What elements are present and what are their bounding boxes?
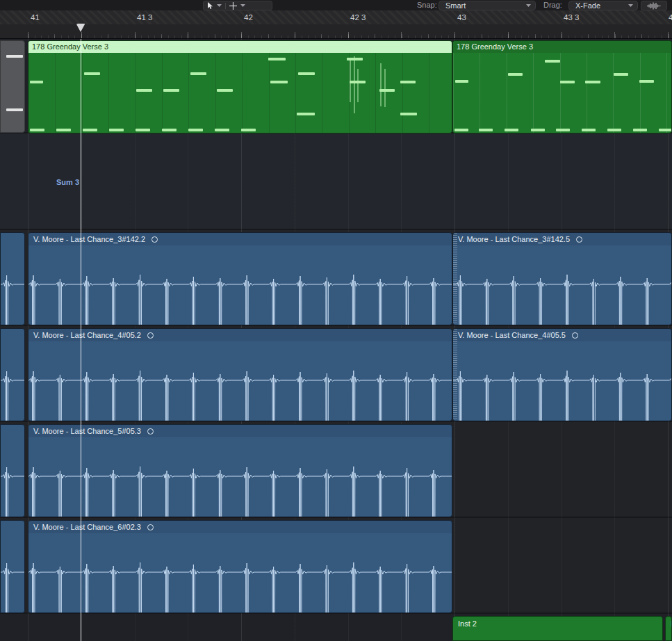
midi-note bbox=[508, 73, 523, 76]
divider bbox=[225, 3, 226, 9]
tick-marks bbox=[28, 24, 672, 38]
audio-region[interactable]: V. Moore - Last Chance_4#05.5 bbox=[452, 328, 672, 421]
midi-note bbox=[455, 80, 468, 83]
midi-note bbox=[347, 58, 363, 60]
sum-track-label: Sum 3 bbox=[28, 178, 79, 186]
midi-note bbox=[268, 58, 286, 60]
midi-note-streak bbox=[384, 69, 386, 107]
pointer-tool-icon[interactable] bbox=[207, 2, 213, 10]
midi-note bbox=[56, 129, 71, 131]
midi-note bbox=[479, 129, 493, 131]
midi-region[interactable]: 178 Greenday Verse 3 bbox=[452, 40, 672, 133]
chevron-down-icon[interactable] bbox=[217, 4, 222, 7]
region-name-bar: 178 Greenday Verse 3 bbox=[28, 41, 452, 53]
midi-note bbox=[545, 60, 560, 63]
flex-mode-button[interactable] bbox=[641, 1, 667, 10]
midi-note bbox=[379, 89, 395, 92]
midi-note bbox=[215, 129, 229, 131]
midi-note bbox=[6, 108, 23, 111]
midi-note bbox=[582, 129, 596, 131]
audio-region[interactable]: V. Moore - Last Chance_5#05.3 bbox=[28, 424, 452, 517]
ruler-bar-label: 43 bbox=[457, 10, 466, 24]
drag-label: Drag: bbox=[543, 0, 562, 10]
daw-arrange-window: Snap: Smart Drag: X-Fade 4141 34242 3434… bbox=[0, 0, 672, 641]
midi-note-streak bbox=[357, 69, 359, 102]
audio-region-offscreen[interactable] bbox=[0, 328, 25, 421]
audio-region-offscreen[interactable] bbox=[0, 232, 25, 325]
midi-note bbox=[400, 113, 417, 115]
midi-note bbox=[109, 129, 124, 131]
audio-region[interactable]: V. Moore - Last Chance_3#142.2 bbox=[28, 232, 452, 325]
crossfade-edge bbox=[453, 329, 457, 421]
region-name: 178 Greenday Verse 3 bbox=[28, 42, 108, 51]
midi-note bbox=[190, 72, 206, 75]
midi-note bbox=[136, 89, 152, 92]
midi-note bbox=[241, 129, 256, 131]
midi-note bbox=[614, 73, 628, 76]
midi-note bbox=[162, 129, 177, 131]
midi-note bbox=[297, 113, 315, 115]
timeline-ruler[interactable]: 4141 34242 34343 34 bbox=[0, 10, 672, 25]
midi-note bbox=[350, 81, 366, 83]
midi-note bbox=[400, 81, 416, 83]
midi-note bbox=[30, 129, 44, 131]
midi-note bbox=[83, 129, 97, 131]
inst-region[interactable]: Inst 2 bbox=[452, 616, 663, 641]
audio-region[interactable]: V. Moore - Last Chance_4#05.2 bbox=[28, 328, 452, 421]
arrange-toolbar: Snap: Smart Drag: X-Fade bbox=[0, 0, 672, 11]
timeline-tick-strip[interactable] bbox=[0, 24, 672, 39]
midi-note bbox=[560, 81, 575, 83]
midi-note-area bbox=[28, 53, 452, 133]
audio-region[interactable]: V. Moore - Last Chance_6#02.3 bbox=[28, 520, 452, 613]
tool-menus bbox=[203, 1, 272, 10]
ruler-bar-label: 4 bbox=[669, 10, 672, 24]
region-name: Inst 2 bbox=[458, 619, 477, 628]
drag-value: X-Fade bbox=[569, 1, 628, 10]
midi-note bbox=[136, 129, 150, 131]
midi-note bbox=[217, 89, 233, 92]
snap-value: Smart bbox=[439, 1, 526, 10]
track-lane-2[interactable] bbox=[0, 133, 672, 229]
ruler-bar-label: 41 bbox=[31, 10, 40, 24]
midi-note bbox=[6, 55, 23, 58]
drag-dropdown[interactable]: X-Fade bbox=[568, 1, 638, 10]
midi-note bbox=[639, 80, 654, 83]
region-name: 178 Greenday Verse 3 bbox=[453, 42, 533, 51]
midi-region[interactable]: 178 Greenday Verse 3 bbox=[28, 40, 452, 133]
midi-note bbox=[454, 129, 468, 131]
midi-note-area bbox=[453, 53, 671, 133]
midi-note-streak bbox=[354, 56, 355, 113]
ruler-bar-label: 41 3 bbox=[137, 10, 152, 24]
chevron-down-icon[interactable] bbox=[240, 4, 245, 7]
snap-dropdown[interactable]: Smart bbox=[439, 1, 536, 10]
audio-region-offscreen[interactable] bbox=[0, 424, 25, 517]
midi-note-streak bbox=[380, 63, 382, 106]
midi-note bbox=[30, 81, 43, 83]
midi-note bbox=[556, 129, 570, 131]
crosshair-tool-icon[interactable] bbox=[229, 2, 237, 10]
playhead-line[interactable] bbox=[81, 24, 82, 641]
ruler-bar-label: 43 3 bbox=[564, 10, 579, 24]
ruler-bar-label: 42 bbox=[244, 10, 253, 24]
midi-region-offscreen[interactable] bbox=[0, 40, 25, 133]
midi-note bbox=[659, 129, 672, 131]
midi-note bbox=[270, 81, 288, 83]
audio-region-offscreen[interactable] bbox=[0, 520, 25, 613]
midi-note bbox=[505, 129, 518, 131]
region-name-bar: 178 Greenday Verse 3 bbox=[453, 41, 671, 53]
chevron-down-icon bbox=[526, 4, 531, 7]
midi-note bbox=[298, 72, 315, 75]
crossfade-edge bbox=[453, 233, 457, 325]
midi-note bbox=[163, 89, 179, 92]
midi-note bbox=[585, 81, 600, 83]
midi-note bbox=[84, 72, 100, 75]
tracks-area: Sum 3178 Greenday Verse 3178 Greenday Ve… bbox=[0, 38, 672, 641]
inst-region[interactable]: I bbox=[665, 616, 672, 641]
midi-note bbox=[607, 129, 621, 131]
ruler-bar-label: 42 3 bbox=[350, 10, 366, 24]
midi-note bbox=[633, 129, 647, 131]
flex-waveform-icon bbox=[647, 2, 661, 10]
chevron-down-icon bbox=[628, 4, 633, 7]
audio-region[interactable]: V. Moore - Last Chance_3#142.5 bbox=[452, 232, 672, 325]
snap-label: Snap: bbox=[417, 0, 437, 10]
